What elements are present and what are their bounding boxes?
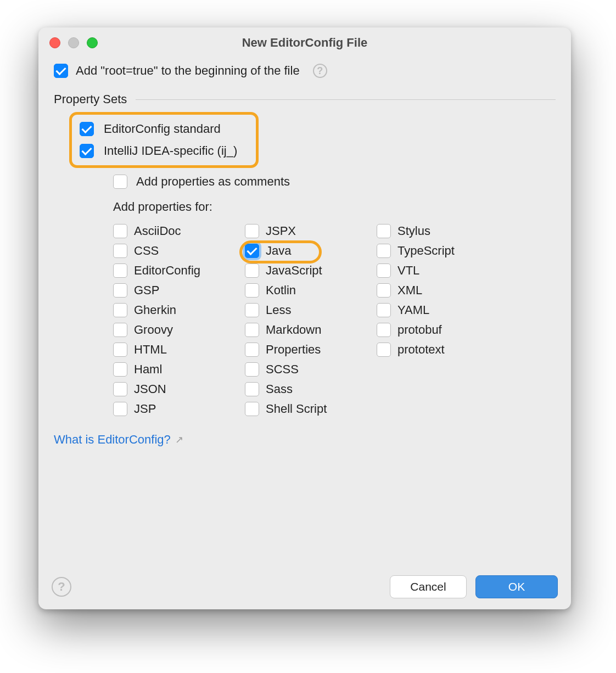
- checkbox-json[interactable]: [113, 382, 127, 396]
- lang-label: CSS: [134, 244, 159, 258]
- lang-label: prototext: [397, 343, 445, 357]
- lang-label: Properties: [266, 343, 321, 357]
- checkbox-protobuf[interactable]: [377, 323, 391, 337]
- as-comments-label: Add properties as comments: [136, 175, 290, 189]
- lang-scss: SCSS: [245, 362, 377, 377]
- divider: [136, 99, 556, 100]
- lang-prototext: prototext: [377, 343, 508, 357]
- lang-gsp: GSP: [113, 283, 245, 298]
- checkbox-jsp[interactable]: [113, 402, 127, 416]
- lang-asciidoc: AsciiDoc: [113, 224, 245, 238]
- link-text: What is EditorConfig?: [54, 433, 171, 447]
- checkbox-shell-script[interactable]: [245, 402, 259, 416]
- checkbox-asciidoc[interactable]: [113, 224, 127, 238]
- checkbox-stylus[interactable]: [377, 224, 391, 238]
- checkbox-groovy[interactable]: [113, 323, 127, 337]
- checkbox-markdown[interactable]: [245, 323, 259, 337]
- language-grid: AsciiDocJSPXStylusCSSJavaTypeScriptEdito…: [113, 224, 556, 416]
- checkbox-properties[interactable]: [245, 343, 259, 357]
- checkbox-as-comments[interactable]: [113, 175, 127, 189]
- lang-editorconfig: EditorConfig: [113, 263, 245, 278]
- checkbox-typescript[interactable]: [377, 244, 391, 258]
- lang-css: CSS: [113, 244, 245, 258]
- checkbox-less[interactable]: [245, 303, 259, 317]
- footer-help-icon[interactable]: ?: [52, 577, 71, 597]
- lang-markdown: Markdown: [245, 323, 377, 337]
- lang-label: JSP: [134, 402, 156, 416]
- lang-label: SCSS: [266, 362, 299, 377]
- checkbox-scss[interactable]: [245, 362, 259, 377]
- checkbox-javascript[interactable]: [245, 263, 259, 278]
- checkbox-jspx[interactable]: [245, 224, 259, 238]
- lang-label: JSPX: [266, 224, 296, 238]
- dialog-title: New EditorConfig File: [38, 36, 571, 50]
- root-checkbox-row: Add "root=true" to the beginning of the …: [54, 64, 556, 78]
- lang-label: YAML: [397, 303, 429, 317]
- titlebar: New EditorConfig File: [38, 27, 571, 58]
- checkbox-haml[interactable]: [113, 362, 127, 377]
- as-comments-row: Add properties as comments: [113, 175, 556, 189]
- lang-properties: Properties: [245, 343, 377, 357]
- lang-html: HTML: [113, 343, 245, 357]
- root-checkbox[interactable]: [54, 64, 68, 78]
- lang-typescript: TypeScript: [377, 244, 508, 258]
- cancel-button[interactable]: Cancel: [390, 575, 467, 598]
- lang-haml: Haml: [113, 362, 245, 377]
- lang-label: Less: [266, 303, 291, 317]
- checkbox-prototext[interactable]: [377, 343, 391, 357]
- checkbox-html[interactable]: [113, 343, 127, 357]
- lang-groovy: Groovy: [113, 323, 245, 337]
- lang-stylus: Stylus: [377, 224, 508, 238]
- checkbox-xml[interactable]: [377, 283, 391, 298]
- lang-label: Haml: [134, 362, 162, 377]
- lang-gherkin: Gherkin: [113, 303, 245, 317]
- lang-json: JSON: [113, 382, 245, 396]
- checkbox-intellij-specific[interactable]: [80, 144, 94, 158]
- lang-label: HTML: [134, 343, 167, 357]
- lang-java: Java: [245, 244, 377, 258]
- lang-label: Shell Script: [266, 402, 327, 416]
- checkbox-gsp[interactable]: [113, 283, 127, 298]
- property-sets-highlight: EditorConfig standard IntelliJ IDEA-spec…: [69, 112, 259, 168]
- checkbox-gherkin[interactable]: [113, 303, 127, 317]
- lang-jspx: JSPX: [245, 224, 377, 238]
- help-icon[interactable]: ?: [313, 64, 327, 78]
- lang-protobuf: protobuf: [377, 323, 508, 337]
- ok-button[interactable]: OK: [475, 575, 558, 598]
- lang-label: GSP: [134, 283, 159, 298]
- propset-intellij-specific: IntelliJ IDEA-specific (ij_): [77, 140, 239, 162]
- checkbox-kotlin[interactable]: [245, 283, 259, 298]
- checkbox-yaml[interactable]: [377, 303, 391, 317]
- dialog-body: Add "root=true" to the beginning of the …: [38, 58, 571, 447]
- lang-label: Groovy: [134, 323, 173, 337]
- lang-less: Less: [245, 303, 377, 317]
- dialog-footer: ? Cancel OK: [52, 575, 558, 598]
- add-properties-for-label: Add properties for:: [113, 200, 556, 214]
- close-icon[interactable]: [49, 37, 60, 48]
- external-link-icon: ↗: [175, 434, 183, 446]
- root-checkbox-label: Add "root=true" to the beginning of the …: [76, 64, 300, 78]
- lang-javascript: JavaScript: [245, 263, 377, 278]
- checkbox-java[interactable]: [245, 244, 259, 258]
- lang-label: protobuf: [397, 323, 442, 337]
- lang-label: VTL: [397, 263, 419, 278]
- checkbox-css[interactable]: [113, 244, 127, 258]
- zoom-icon[interactable]: [87, 37, 98, 48]
- checkbox-editorconfig[interactable]: [113, 263, 127, 278]
- lang-label: TypeScript: [397, 244, 455, 258]
- checkbox-editorconfig-standard[interactable]: [80, 122, 94, 136]
- lang-vtl: VTL: [377, 263, 508, 278]
- minimize-icon[interactable]: [68, 37, 79, 48]
- window-controls: [49, 37, 98, 48]
- what-is-editorconfig-link[interactable]: What is EditorConfig? ↗: [54, 433, 183, 447]
- lang-label: Kotlin: [266, 283, 296, 298]
- lang-empty: [377, 402, 508, 416]
- dialog: New EditorConfig File Add "root=true" to…: [38, 27, 571, 609]
- lang-shell-script: Shell Script: [245, 402, 377, 416]
- section-label: Property Sets: [54, 92, 127, 106]
- lang-yaml: YAML: [377, 303, 508, 317]
- propset-label: IntelliJ IDEA-specific (ij_): [104, 144, 237, 158]
- checkbox-vtl[interactable]: [377, 263, 391, 278]
- lang-kotlin: Kotlin: [245, 283, 377, 298]
- checkbox-sass[interactable]: [245, 382, 259, 396]
